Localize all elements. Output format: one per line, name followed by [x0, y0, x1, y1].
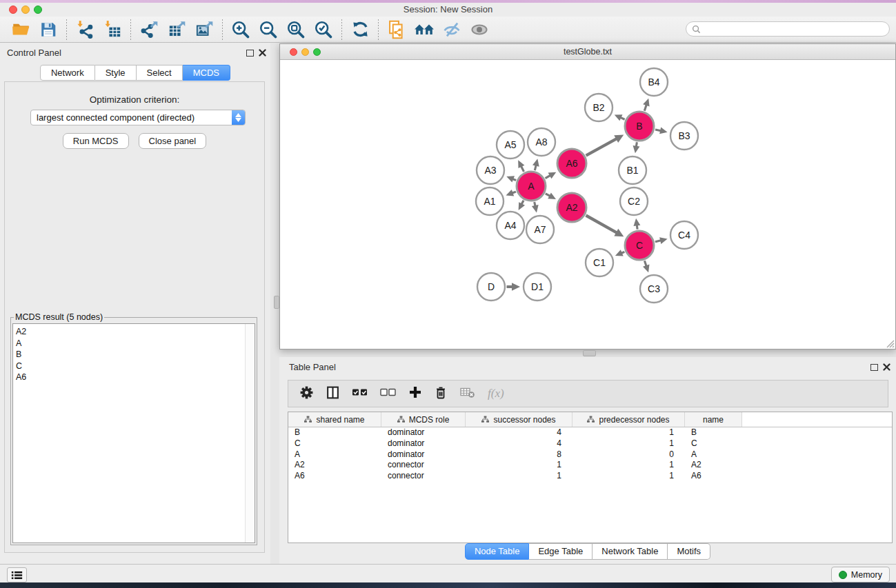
table-cell[interactable]: dominator: [381, 427, 466, 438]
tab-network-table[interactable]: Network Table: [593, 543, 668, 560]
new-network-from-selection-button[interactable]: [383, 19, 410, 41]
show-columns-button[interactable]: [326, 385, 340, 403]
export-network-button[interactable]: [135, 19, 163, 41]
network-canvas[interactable]: AA1A2A3A4A5A6A7A8BB1B2B3B4CC1C2C3C4DD1: [280, 60, 895, 349]
graph-edge-A-A2[interactable]: [546, 194, 550, 196]
table-cell[interactable]: A2: [288, 460, 381, 471]
mcds-result-item[interactable]: A6: [13, 372, 255, 383]
table-cell[interactable]: A6: [288, 471, 381, 482]
horizontal-split-handle[interactable]: [583, 350, 596, 356]
table-row[interactable]: Adominator80A: [288, 449, 892, 460]
tab-mcds[interactable]: MCDS: [183, 65, 230, 81]
open-session-button[interactable]: [7, 19, 34, 41]
column-header-predecessor-nodes[interactable]: predecessor nodes: [573, 412, 685, 427]
network-window-titlebar[interactable]: testGlobe.txt: [280, 44, 895, 60]
deselect-all-columns-button[interactable]: [380, 387, 397, 401]
search-input[interactable]: [704, 23, 884, 34]
table-cell[interactable]: connector: [381, 460, 466, 471]
table-cell[interactable]: 4: [466, 427, 573, 438]
combobox-stepper-icon[interactable]: [232, 110, 245, 125]
graph-edge-A2-C[interactable]: [586, 216, 617, 233]
graph-edge-B-B3[interactable]: [655, 130, 661, 131]
table-options-gear-button[interactable]: [299, 385, 314, 403]
table-cell[interactable]: C: [685, 438, 742, 449]
tab-style[interactable]: Style: [95, 65, 137, 81]
resize-grip-icon[interactable]: [886, 339, 895, 348]
table-cell[interactable]: B: [685, 427, 742, 438]
graph-edge-B-B4[interactable]: [644, 105, 646, 111]
graph-edge-A6-B[interactable]: [586, 139, 617, 156]
tab-select[interactable]: Select: [137, 65, 183, 81]
table-cell[interactable]: 8: [466, 449, 573, 460]
column-header-successor-nodes[interactable]: successor nodes: [466, 412, 573, 427]
delete-column-button[interactable]: [434, 385, 448, 403]
table-cell[interactable]: A2: [685, 460, 742, 471]
mcds-result-item[interactable]: B: [13, 349, 255, 361]
float-panel-icon[interactable]: [246, 50, 254, 57]
table-cell[interactable]: C: [288, 438, 381, 449]
show-panels-list-button[interactable]: [7, 567, 27, 582]
import-table-button[interactable]: [99, 19, 126, 41]
graph-edge-A-A5[interactable]: [521, 166, 524, 172]
zoom-selected-button[interactable]: [310, 19, 337, 41]
show-all-networks-button[interactable]: [410, 19, 438, 41]
table-cell[interactable]: A: [685, 449, 742, 460]
import-network-button[interactable]: [71, 19, 99, 41]
export-image-button[interactable]: [190, 19, 218, 41]
result-list-scrollbar[interactable]: [245, 324, 255, 543]
table-cell[interactable]: 0: [573, 449, 685, 460]
zoom-fit-button[interactable]: [282, 19, 310, 41]
graph-edge-C-C4[interactable]: [655, 241, 661, 242]
close-table-panel-icon[interactable]: [883, 363, 890, 371]
show-selected-button[interactable]: [466, 19, 493, 41]
refresh-layout-button[interactable]: [346, 19, 374, 41]
zoom-in-button[interactable]: [227, 19, 255, 41]
table-cell[interactable]: 1: [573, 471, 685, 482]
table-row[interactable]: A2connector11A2: [288, 460, 892, 471]
vertical-split-handle[interactable]: [274, 296, 279, 309]
mcds-result-item[interactable]: A: [13, 338, 255, 349]
add-column-button[interactable]: [408, 385, 422, 402]
table-cell[interactable]: 1: [466, 460, 573, 471]
table-cell[interactable]: 1: [573, 438, 685, 449]
memory-button[interactable]: Memory: [831, 567, 890, 582]
table-row[interactable]: A6connector11A6: [288, 471, 892, 482]
table-cell[interactable]: 1: [573, 460, 685, 471]
graph-edge-C-C3[interactable]: [644, 261, 646, 266]
tab-motifs[interactable]: Motifs: [668, 543, 710, 560]
function-builder-button[interactable]: f(x): [488, 387, 504, 401]
tab-node-table[interactable]: Node Table: [465, 543, 530, 560]
table-cell[interactable]: A: [288, 449, 381, 460]
save-session-button[interactable]: [34, 19, 62, 41]
network-graph[interactable]: AA1A2A3A4A5A6A7A8BB1B2B3B4CC1C2C3C4DD1: [280, 60, 895, 349]
close-panel-icon[interactable]: [259, 49, 266, 57]
table-cell[interactable]: dominator: [381, 438, 466, 449]
graph-edge-B-B2[interactable]: [621, 117, 625, 119]
column-header-shared-name[interactable]: shared name: [288, 412, 381, 427]
column-header-mcds-role[interactable]: MCDS role: [381, 412, 466, 427]
table-cell[interactable]: B: [288, 427, 381, 438]
mcds-result-item[interactable]: C: [13, 361, 255, 372]
mcds-result-item[interactable]: A2: [13, 326, 255, 338]
export-table-button[interactable]: [163, 19, 190, 41]
column-header-name[interactable]: name: [685, 412, 742, 427]
criterion-select[interactable]: largest connected component (directed): [30, 110, 246, 125]
table-cell[interactable]: dominator: [381, 449, 466, 460]
float-table-panel-icon[interactable]: [870, 364, 878, 371]
table-cell[interactable]: 1: [573, 427, 685, 438]
table-row[interactable]: Cdominator41C: [288, 438, 892, 449]
tab-edge-table[interactable]: Edge Table: [529, 543, 593, 560]
toolbar-search-field[interactable]: [686, 21, 890, 37]
graph-edge-A-A8[interactable]: [535, 165, 536, 170]
hide-selected-button[interactable]: [438, 19, 466, 41]
table-cell[interactable]: 1: [466, 471, 573, 482]
zoom-out-button[interactable]: [255, 19, 282, 41]
table-cell[interactable]: A6: [685, 471, 742, 482]
close-panel-button[interactable]: Close panel: [139, 133, 207, 149]
select-all-columns-button[interactable]: [352, 387, 368, 401]
tab-network[interactable]: Network: [40, 65, 95, 81]
table-cell[interactable]: 4: [466, 438, 573, 449]
table-row[interactable]: Bdominator41B: [288, 427, 892, 438]
delete-table-button[interactable]: [459, 385, 476, 402]
run-mcds-button[interactable]: Run MCDS: [63, 133, 129, 149]
